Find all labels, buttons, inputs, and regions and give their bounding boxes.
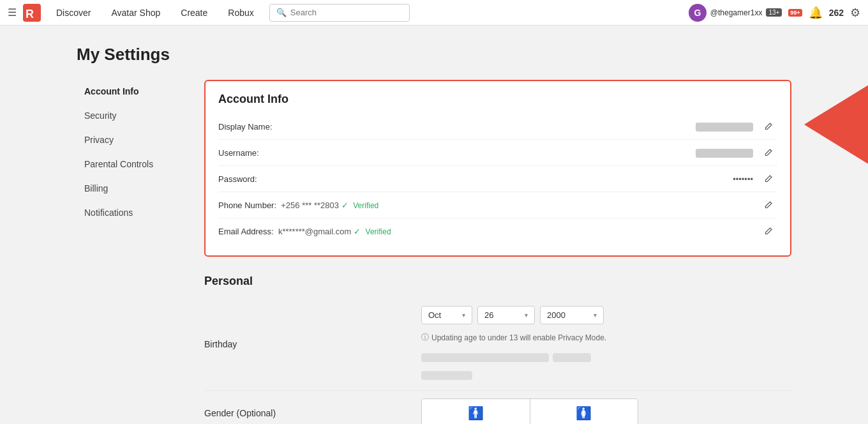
display-name-row: Display Name: — [218, 114, 777, 140]
email-checkmark: ✓ — [354, 227, 361, 236]
search-input[interactable] — [290, 8, 403, 17]
birthday-year-select[interactable]: 2000 ▾ — [540, 306, 604, 324]
username-field-label: Username: — [218, 148, 696, 158]
account-info-box: Account Info Display Name: — [204, 80, 791, 257]
personal-title: Personal — [204, 275, 791, 288]
gender-control: 🚹 🚺 — [421, 398, 791, 424]
nav-right: G @thegamer1xx 13+ 99+ 🔔 262 ⚙ — [689, 4, 860, 22]
sidebar-item-parental-controls[interactable]: Parental Controls — [77, 153, 191, 176]
sidebar-item-account-info[interactable]: Account Info — [77, 80, 191, 103]
nav-robux[interactable]: Robux — [218, 0, 264, 26]
phone-verified-badge: Verified — [353, 201, 378, 210]
phone-number-row: Phone Number: +256 *** **2803 ✓ Verified — [218, 192, 777, 218]
gender-row: Gender (Optional) 🚹 🚺 — [204, 391, 791, 424]
blurred-bar-3 — [421, 371, 472, 380]
sidebar-item-security[interactable]: Security — [77, 104, 191, 127]
sidebar-item-notifications[interactable]: Notifications — [77, 201, 191, 224]
svg-text:R: R — [26, 8, 34, 20]
edit-display-name-button[interactable] — [760, 117, 777, 135]
edit-password-button[interactable] — [760, 170, 777, 188]
display-name-label: Display Name: — [218, 122, 696, 132]
user-avatar-area[interactable]: G @thegamer1xx 13+ — [689, 4, 782, 22]
birthday-control: Oct ▾ 26 ▾ 2000 ▾ — [421, 306, 791, 382]
robux-counter[interactable]: 99+ — [788, 9, 802, 17]
settings-content: Account Info Display Name: — [204, 80, 791, 424]
birthday-label: Birthday — [204, 339, 421, 349]
password-row: Password: ••••••• — [218, 166, 777, 192]
age-badge: 13+ — [766, 8, 782, 17]
robux-count[interactable]: 262 — [829, 8, 844, 18]
settings-icon[interactable]: ⚙ — [850, 6, 860, 20]
svg-marker-2 — [804, 73, 868, 176]
birthday-note: ⓘ Updating age to under 13 will enable P… — [421, 332, 606, 343]
settings-layout: Account Info Security Privacy Parental C… — [77, 80, 791, 424]
display-name-blurred — [696, 123, 753, 132]
blurred-bar-2 — [553, 353, 591, 362]
personal-section: Personal Birthday Oct ▾ — [204, 275, 791, 424]
user-avatar: G — [689, 4, 707, 22]
nav-discover[interactable]: Discover — [46, 0, 101, 26]
email-label: Email Address: k*******@gmail.com ✓ Veri… — [218, 227, 753, 236]
account-info-title: Account Info — [218, 93, 777, 106]
email-row: Email Address: k*******@gmail.com ✓ Veri… — [218, 218, 777, 244]
email-value: k*******@gmail.com — [278, 227, 351, 236]
username-blurred — [696, 149, 753, 158]
red-arrow-overlay — [785, 67, 868, 208]
main-wrapper: My Settings Account Info Security Privac… — [0, 0, 868, 424]
gender-buttons: 🚹 🚺 — [421, 398, 638, 424]
sidebar-item-billing[interactable]: Billing — [77, 177, 191, 200]
roblox-logo[interactable]: R — [23, 4, 41, 22]
search-icon: 🔍 — [276, 8, 287, 17]
info-circle-icon: ⓘ — [421, 332, 429, 343]
robux-badge: 99+ — [788, 9, 802, 17]
display-name-value — [696, 121, 753, 132]
birthday-selects: Oct ▾ 26 ▾ 2000 ▾ — [421, 306, 606, 324]
gender-label: Gender (Optional) — [204, 408, 421, 418]
nav-links: Discover Avatar Shop Create Robux — [46, 0, 264, 26]
settings-sidebar: Account Info Security Privacy Parental C… — [77, 80, 204, 424]
edit-username-button[interactable] — [760, 144, 777, 162]
year-chevron-icon: ▾ — [594, 312, 597, 319]
day-chevron-icon: ▾ — [525, 312, 528, 319]
account-info-section: Account Info Display Name: — [204, 80, 791, 275]
month-chevron-icon: ▾ — [462, 312, 465, 319]
password-value: ••••••• — [733, 174, 753, 184]
notifications-icon[interactable]: 🔔 — [809, 6, 823, 20]
nav-create[interactable]: Create — [170, 0, 218, 26]
username-row: Username: — [218, 140, 777, 166]
blurred-birthday-section — [421, 351, 606, 365]
password-label: Password: — [218, 174, 733, 184]
birthday-month-select[interactable]: Oct ▾ — [421, 306, 472, 324]
birthday-row: Birthday Oct ▾ 26 — [204, 298, 791, 391]
username-label: @thegamer1xx — [710, 8, 763, 17]
top-navigation: ☰ R Discover Avatar Shop Create Robux 🔍 … — [0, 0, 868, 26]
phone-checkmark: ✓ — [341, 201, 348, 210]
username-value — [696, 148, 753, 158]
blurred-bar-1 — [421, 353, 549, 362]
sidebar-item-privacy[interactable]: Privacy — [77, 128, 191, 151]
birthday-day-select[interactable]: 26 ▾ — [477, 306, 535, 324]
phone-value: +256 *** **2803 — [281, 201, 339, 210]
gender-male-button[interactable]: 🚹 — [422, 399, 530, 424]
phone-label: Phone Number: +256 *** **2803 ✓ Verified — [218, 201, 753, 210]
edit-email-button[interactable] — [760, 222, 777, 240]
page-content: My Settings Account Info Security Privac… — [51, 26, 817, 424]
nav-avatar-shop[interactable]: Avatar Shop — [101, 0, 170, 26]
page-title: My Settings — [77, 45, 791, 64]
hamburger-menu[interactable]: ☰ — [8, 6, 17, 19]
email-verified-badge: Verified — [366, 227, 391, 236]
gender-female-button[interactable]: 🚺 — [530, 399, 638, 424]
search-bar[interactable]: 🔍 — [269, 4, 410, 22]
edit-phone-button[interactable] — [760, 196, 777, 214]
